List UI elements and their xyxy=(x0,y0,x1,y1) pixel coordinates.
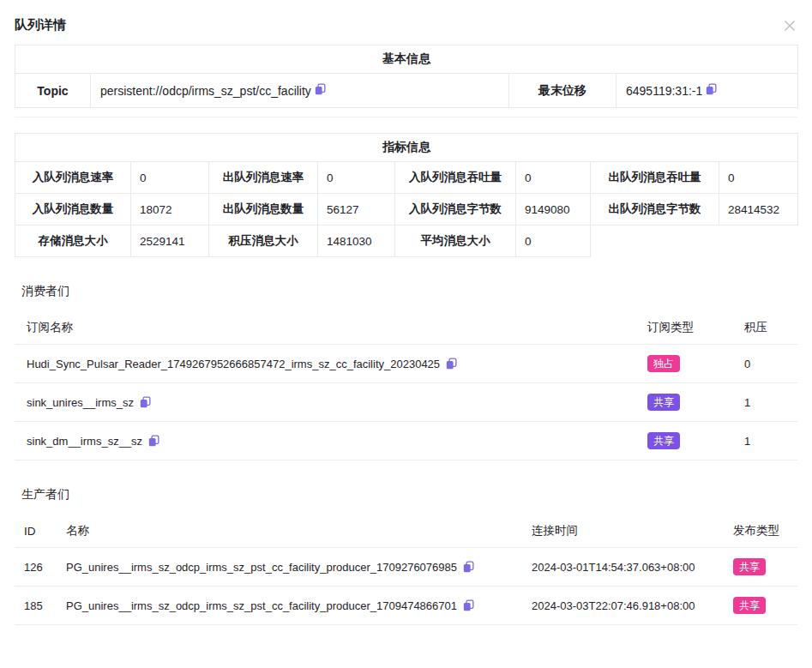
subscription-type-badge: 独占 xyxy=(647,355,680,372)
copy-icon[interactable] xyxy=(463,561,474,573)
metric-value: 56127 xyxy=(318,194,395,226)
table-row: 185 PG_unires__irms_sz_odcp_irms_sz_pst_… xyxy=(15,587,797,625)
metric-label: 存储消息大小 xyxy=(15,226,131,257)
metric-value: 28414532 xyxy=(719,194,798,226)
last-offset-value: 6495119:31:-1 xyxy=(626,84,702,98)
copy-icon[interactable] xyxy=(148,435,159,447)
metric-label: 出队列消息吞吐量 xyxy=(591,162,719,194)
table-row: 126 PG_unires__irms_sz_odcp_irms_sz_pst_… xyxy=(15,548,797,587)
connect-time: 2024-03-03T22:07:46.918+08:00 xyxy=(532,599,733,612)
producer-id: 185 xyxy=(15,599,66,612)
copy-icon[interactable] xyxy=(315,83,326,95)
column-header-name: 名称 xyxy=(66,523,532,539)
producers-table: ID 名称 连接时间 发布类型 126 PG_unires__irms_sz_o… xyxy=(15,515,797,625)
consumers-table: 订阅名称 订阅类型 积压 Hudi_Sync_Pulsar_Reader_174… xyxy=(15,311,797,460)
producer-id: 126 xyxy=(15,561,66,574)
metric-label: 入队列消息字节数 xyxy=(395,194,516,226)
table-row: Hudi_Sync_Pulsar_Reader_1749267952666857… xyxy=(15,345,797,383)
metric-value: 0 xyxy=(318,162,395,194)
producer-name: PG_unires__irms_sz_odcp_irms_sz_pst_cc_f… xyxy=(66,599,457,612)
metric-value: 2529141 xyxy=(131,226,209,257)
metric-label: 出队列消息速率 xyxy=(209,162,318,194)
metric-value: 0 xyxy=(516,226,591,257)
basic-info-header: 基本信息 xyxy=(15,45,798,74)
column-header-publish-type: 发布类型 xyxy=(733,523,797,539)
basic-info-table: 基本信息 Topic persistent://odcp/irms_sz_pst… xyxy=(15,45,798,108)
subscription-type-badge: 共享 xyxy=(647,432,680,449)
metric-label: 入队列消息数量 xyxy=(15,194,131,226)
metric-value: 0 xyxy=(516,162,591,194)
copy-icon[interactable] xyxy=(706,83,717,95)
metric-value: 0 xyxy=(719,162,798,194)
metric-label: 出队列消息字节数 xyxy=(591,194,719,226)
table-row: sink_dm__irms_sz__sz 共享 1 xyxy=(15,422,797,460)
backlog-value: 1 xyxy=(732,396,797,409)
column-header-subscription-type: 订阅类型 xyxy=(635,320,732,335)
table-row: Topic persistent://odcp/irms_sz_pst/cc_f… xyxy=(15,74,798,108)
backlog-value: 0 xyxy=(732,358,797,370)
consumers-header-row: 订阅名称 订阅类型 积压 xyxy=(15,311,797,345)
producers-header-row: ID 名称 连接时间 发布类型 xyxy=(15,515,797,548)
copy-icon[interactable] xyxy=(463,599,474,611)
close-icon[interactable] xyxy=(782,18,797,33)
publish-type-badge: 共享 xyxy=(733,597,766,614)
topic-label: Topic xyxy=(15,74,91,108)
consumers-section-title: 消费者们 xyxy=(21,284,797,299)
metric-value: 0 xyxy=(131,162,209,194)
copy-icon[interactable] xyxy=(140,396,151,408)
metric-label: 平均消息大小 xyxy=(395,226,516,257)
subscription-type-badge: 共享 xyxy=(647,394,680,411)
table-row: 存储消息大小 2529141 积压消息大小 1481030 平均消息大小 0 xyxy=(15,226,798,257)
backlog-value: 1 xyxy=(732,435,797,448)
metric-value: 1481030 xyxy=(318,226,395,257)
metric-label: 入队列消息吞吐量 xyxy=(395,162,516,194)
topic-value: persistent://odcp/irms_sz_pst/cc_facilit… xyxy=(100,84,311,98)
table-row: sink_unires__irms_sz 共享 1 xyxy=(15,383,797,422)
metrics-table: 指标信息 入队列消息速率 0 出队列消息速率 0 入队列消息吞吐量 0 出队列消… xyxy=(15,133,798,257)
page-title: 队列详情 xyxy=(15,17,66,33)
publish-type-badge: 共享 xyxy=(733,558,766,575)
last-offset-label: 最末位移 xyxy=(509,74,617,108)
dialog-header: 队列详情 xyxy=(15,0,797,33)
copy-icon[interactable] xyxy=(446,358,457,370)
column-header-connect-time: 连接时间 xyxy=(532,523,733,539)
metric-value: 9149080 xyxy=(516,194,591,226)
metric-label: 积压消息大小 xyxy=(209,226,318,257)
table-row: 入队列消息速率 0 出队列消息速率 0 入队列消息吞吐量 0 出队列消息吞吐量 … xyxy=(15,162,798,194)
subscription-name: sink_unires__irms_sz xyxy=(27,396,134,409)
metric-label: 出队列消息数量 xyxy=(209,194,318,226)
producers-section-title: 生产者们 xyxy=(21,487,797,503)
metric-label: 入队列消息速率 xyxy=(15,162,131,194)
connect-time: 2024-03-01T14:54:37.063+08:00 xyxy=(532,561,733,574)
producer-name: PG_unires__irms_sz_odcp_irms_sz_pst_cc_f… xyxy=(66,561,457,574)
subscription-name: sink_dm__irms_sz__sz xyxy=(27,435,142,448)
metric-value: 18072 xyxy=(131,194,209,226)
table-row: 入队列消息数量 18072 出队列消息数量 56127 入队列消息字节数 914… xyxy=(15,194,798,226)
column-header-subscription-name: 订阅名称 xyxy=(15,320,635,335)
section-divider xyxy=(15,117,797,117)
queue-detail-dialog: 队列详情 基本信息 Topic persistent://odcp/irms_s… xyxy=(0,0,812,625)
column-header-backlog: 积压 xyxy=(732,320,797,335)
column-header-id: ID xyxy=(15,525,66,538)
metrics-header: 指标信息 xyxy=(15,134,798,162)
subscription-name: Hudi_Sync_Pulsar_Reader_1749267952666857… xyxy=(27,358,440,370)
